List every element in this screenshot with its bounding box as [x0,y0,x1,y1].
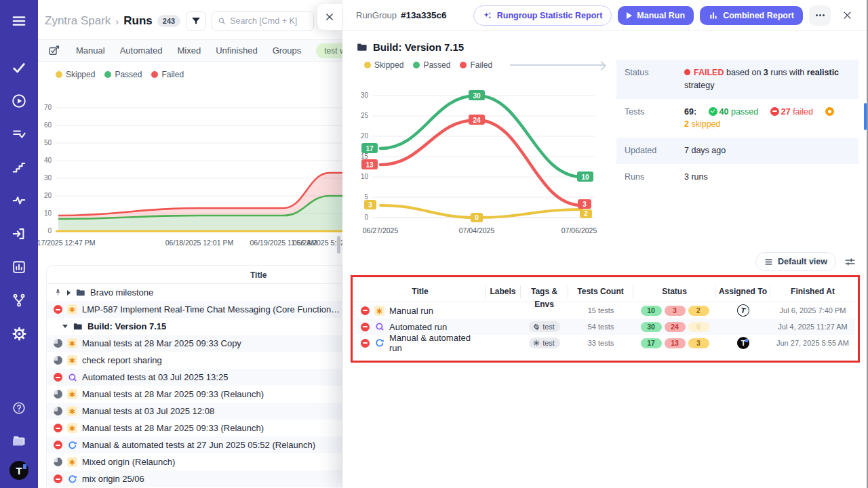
passed-pill: 30 [641,322,662,332]
search-box[interactable] [212,11,314,31]
table-settings-sliders-icon[interactable] [844,256,856,268]
failed-status-icon [54,441,62,449]
user-avatar[interactable]: T [9,461,28,480]
tab-automated[interactable]: Automated [120,45,163,56]
manual-run-icon: ∗ [67,338,77,348]
col-finished-at[interactable]: Finished At [770,285,855,298]
automated-run-icon [374,322,384,332]
list-item[interactable]: Automated tests at 03 Jul 2025 13:25 [47,369,342,386]
svg-text:0: 0 [47,227,52,235]
col-assigned-to[interactable]: Assigned To [716,285,770,298]
manual-run-icon: ∗ [67,304,77,314]
status-label: Status [625,66,684,92]
projects-folder-icon[interactable] [7,430,31,453]
col-status[interactable]: Status [633,285,716,298]
help-icon[interactable] [7,396,31,420]
in-progress-status-icon [54,339,62,348]
status-pills: 17 13 3 [633,338,716,348]
combined-report-button[interactable]: Combined Report [700,6,803,25]
window-scrollbar-thumb[interactable] [864,103,867,130]
chevron-down-icon[interactable] [62,325,68,328]
list-item-build-folder[interactable]: Build: Version 7.15 [47,318,342,335]
select-all-icon[interactable] [47,44,61,58]
failed-status-icon [361,323,370,331]
in-progress-status-icon [54,407,62,415]
more-actions-button[interactable] [809,5,831,26]
tab-mixed[interactable]: Mixed [178,45,201,56]
list-item[interactable]: ∗ Manual tests at 28 Mar 2025 09:33 Copy [47,335,342,352]
analytics-chart-icon[interactable] [7,256,31,279]
tab-groups[interactable]: Groups [273,45,302,56]
statistic-report-button[interactable]: Rungroup Statistic Report [473,5,612,26]
table-row-manual-run[interactable]: ∗ Manual run 15 tests 10 3 2 T Jul 6, 20… [355,302,855,319]
list-item-milestone[interactable]: Bravo milestone [47,284,342,301]
chart-legend: Skipped Passed Failed [38,68,342,81]
passed-pill: 10 [641,306,662,316]
sidebar: T [0,0,38,488]
updated-value: 7 days ago [684,144,850,157]
activity-pulse-icon[interactable] [7,189,31,212]
svg-text:10: 10 [44,209,52,217]
runs-play-icon[interactable] [7,89,31,113]
tests-count-cell: 15 tests [568,306,633,314]
passed-legend-dot [413,62,420,68]
skipped-legend-dot [364,62,371,68]
assignee-cell: T [716,337,770,349]
svg-text:10: 10 [361,173,369,180]
gear-icon [533,323,540,330]
status-pills: 10 3 2 [633,306,716,316]
settings-gear-icon[interactable] [7,322,31,345]
menu-icon[interactable] [7,9,31,33]
rungroup-chart: Skipped Passed Failed 30 25 20 15 [348,58,607,241]
tab-manual[interactable]: Manual [76,45,105,56]
list-view-icon [764,258,773,266]
entity-label: RunGroup [356,10,397,20]
list-item[interactable]: Manual & automated tests at 27 Jun 2025 … [47,436,342,453]
list-item[interactable]: mix origin 25/06 [47,470,342,487]
list-item[interactable]: ∗ Manual tests at 28 Mar 2025 09:33 (Rel… [47,386,342,403]
svg-text:10: 10 [581,174,589,181]
search-input[interactable] [230,16,308,26]
list-item[interactable]: ∗ Mixed origin (Relaunch) [47,453,342,470]
svg-text:06/17/2025 12:47 PM: 06/17/2025 12:47 PM [38,239,95,247]
tab-unfinished[interactable]: Unfinished [216,45,257,56]
assignee-avatar[interactable]: T [737,337,749,349]
failed-status-icon [54,474,62,483]
chevron-right-icon[interactable] [67,290,71,296]
svg-text:0: 0 [364,214,368,221]
failed-legend-dot [460,62,467,68]
tag-chip[interactable]: test [529,338,560,348]
col-labels[interactable]: Labels [486,285,521,298]
close-drawer-x-button[interactable] [837,5,857,26]
table-row-mixed-run[interactable]: Manual & automated run test 33 tests 17 … [355,335,855,351]
title-column-header: Title [250,270,267,280]
list-item[interactable]: ∗ LMP-587 Implement Real-Time Chat Messa… [47,301,342,318]
breadcrumb-project[interactable]: Zyntra Spark [45,14,111,28]
list-item[interactable]: ∗ Manual tests at 03 Jul 2025 12:08 [47,403,342,420]
col-tags-envs[interactable]: Tags & Envs [521,285,568,298]
failed-status-icon [54,305,62,314]
passed-pill: 17 [641,338,662,348]
list-item[interactable]: ∗ check report sharing [47,352,342,369]
col-title[interactable]: Title [355,285,486,298]
assignee-avatar[interactable]: T [736,304,751,317]
col-tests-count[interactable]: Tests Count [568,285,633,298]
filter-button[interactable] [186,11,206,31]
manual-run-button[interactable]: Manual Run [618,6,694,25]
milestones-steps-icon[interactable] [7,156,31,179]
panel-scrollbar-thumb[interactable] [337,236,340,253]
tests-check-icon[interactable] [7,56,31,79]
tag-chip[interactable]: test [529,321,560,332]
run-title: Manual tests at 03 Jul 2025 12:08 [82,406,214,416]
branch-icon[interactable] [7,289,31,312]
default-view-button[interactable]: Default view [755,252,836,271]
mixed-run-icon [67,440,77,450]
run-title: mix origin 25/06 [82,474,144,484]
svg-text:60: 60 [44,121,52,129]
drawer-close-button[interactable] [317,4,342,30]
import-icon[interactable] [7,222,31,245]
annotation-highlight-box: Title Labels Tags & Envs Tests Count Sta… [351,275,860,363]
plans-list-check-icon[interactable] [7,123,31,146]
manual-run-icon: ∗ [67,423,77,433]
list-item[interactable]: ∗ Manual tests at 28 Mar 2025 09:33 (Rel… [47,420,342,436]
